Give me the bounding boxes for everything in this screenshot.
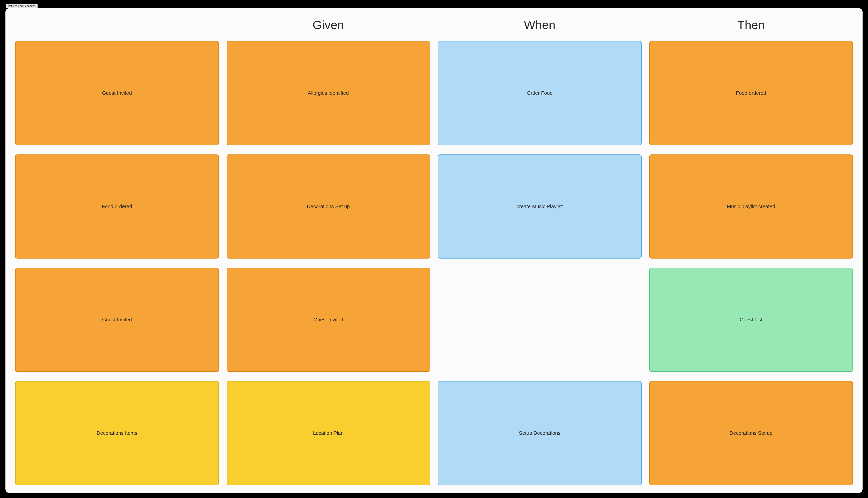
- gwt-grid: Given When Then Guest Invited Allergies …: [15, 16, 853, 485]
- card-create-music-playlist[interactable]: create Music Playlist: [438, 155, 641, 259]
- header-given: Given: [227, 16, 430, 32]
- header-when: When: [438, 16, 641, 32]
- card-decorations-items[interactable]: Decorations Items: [15, 381, 219, 485]
- header-blank: [15, 16, 219, 32]
- card-decorations-setup-given[interactable]: Decorations Set up: [227, 155, 430, 259]
- empty-cell-r2c2: [438, 268, 641, 372]
- card-guest-list[interactable]: Guest List: [649, 268, 853, 372]
- header-then: Then: [649, 16, 853, 32]
- card-allergies-identified[interactable]: Allergies identified: [227, 41, 430, 145]
- card-location-plan[interactable]: Location Plan: [227, 381, 430, 485]
- card-guest-invited[interactable]: Guest Invited: [15, 41, 219, 145]
- card-music-playlist-created[interactable]: Music playlist created: [649, 155, 853, 259]
- card-guest-invited-r2c1[interactable]: Guest Invited: [227, 268, 430, 372]
- card-guest-invited-r2c0[interactable]: Guest Invited: [15, 268, 219, 372]
- card-order-food[interactable]: Order Food: [438, 41, 641, 145]
- diagram-frame: Given When Then Guest Invited Allergies …: [5, 8, 863, 493]
- card-setup-decorations[interactable]: Setup Decorations: [438, 381, 641, 485]
- card-food-ordered[interactable]: Food ordered: [649, 41, 853, 145]
- card-food-ordered-given[interactable]: Food ordered: [15, 155, 219, 259]
- card-decorations-setup-then[interactable]: Decorations Set up: [649, 381, 853, 485]
- tab-policies-scenarios[interactable]: Policies and Scenarios: [6, 4, 38, 8]
